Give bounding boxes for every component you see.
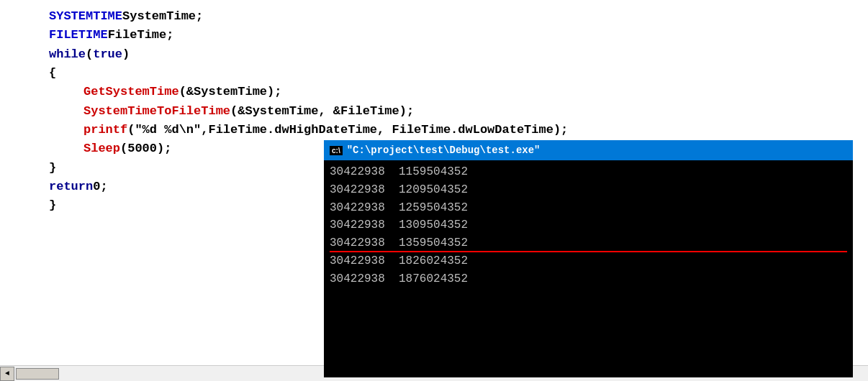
code-line: while (true) [14,45,854,64]
code-line: FILETIME FileTime; [14,26,854,45]
code-line: SYSTEMTIME SystemTime; [14,7,854,26]
code-line: SystemTimeToFileTime(&SystemTime, &FileT… [14,102,854,121]
code-line: GetSystemTime(&SystemTime); [14,83,854,101]
console-window: c:\ "C:\project\test\Debug\test.exe" 304… [324,140,853,377]
console-output: 30422938 115950435230422938 120950435230… [324,160,853,377]
main-container: SYSTEMTIME SystemTime; FILETIME FileTime… [0,0,868,381]
console-output-line: 30422938 1876024352 [330,270,847,288]
console-lines: 30422938 115950435230422938 120950435230… [330,163,847,288]
code-line: { [14,64,854,83]
console-output-line: 30422938 1159504352 [330,163,847,181]
console-output-line: 30422938 1309504352 [330,216,847,234]
console-output-line: 30422938 1826024352 [330,252,847,270]
console-output-line: 30422938 1209504352 [330,181,847,199]
console-icon: c:\ [330,146,343,155]
scroll-left-button[interactable]: ◄ [0,367,14,381]
scroll-thumb[interactable] [16,368,59,380]
console-title-text: "C:\project\test\Debug\test.exe" [347,144,541,156]
console-title-bar: c:\ "C:\project\test\Debug\test.exe" [324,140,853,160]
console-output-line: 30422938 1259504352 [330,199,847,217]
console-output-line: 30422938 1359504352 [330,234,847,252]
code-line: printf("%d %d\n",FileTime.dwHighDateTime… [14,121,854,139]
